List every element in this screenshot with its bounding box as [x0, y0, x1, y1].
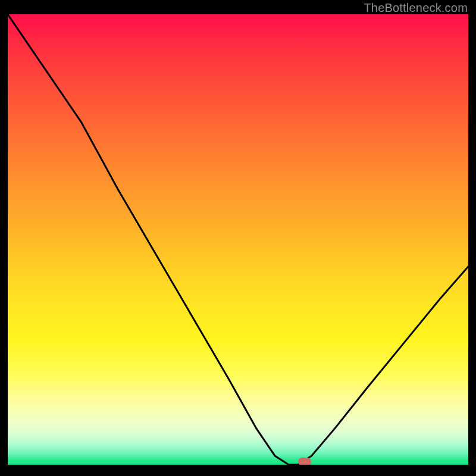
optimal-marker [298, 458, 311, 465]
plot-area [8, 14, 468, 465]
watermark-text: TheBottleneck.com [364, 1, 468, 15]
bottleneck-curve [8, 14, 468, 465]
chart-frame: TheBottleneck.com [0, 0, 476, 476]
